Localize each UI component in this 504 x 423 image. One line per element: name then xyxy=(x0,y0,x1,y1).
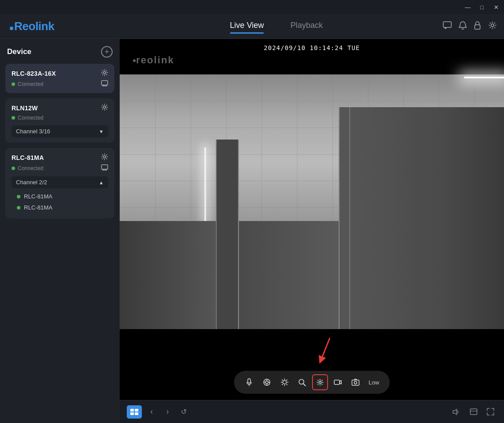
device-settings-rln12w[interactable] xyxy=(101,104,108,112)
brightness-button[interactable] xyxy=(277,374,293,390)
prev-button[interactable]: ‹ xyxy=(145,406,158,418)
camera-partition-right xyxy=(339,107,350,365)
svg-rect-0 xyxy=(443,22,451,27)
tab-playback[interactable]: Playback xyxy=(290,21,323,32)
camera-wall-right xyxy=(350,107,504,365)
svg-rect-27 xyxy=(130,412,134,415)
snapshot-button[interactable] xyxy=(348,374,363,390)
device-row-rlc81ma: RLC-81MA xyxy=(12,153,108,162)
svg-point-5 xyxy=(104,106,106,109)
device-type-icon-rlc81ma xyxy=(101,164,108,172)
channel-label-rln12w: Channel 3/16 xyxy=(16,128,50,135)
sidebar: Device + RLC-823A-16X Connected RLN1 xyxy=(0,39,120,423)
svg-rect-28 xyxy=(135,412,138,415)
device-name-rlc81ma: RLC-81MA xyxy=(12,154,44,161)
grid-view-button[interactable] xyxy=(127,405,142,419)
light-left xyxy=(204,147,206,221)
channel-item-label-0: RLC-81MA xyxy=(24,193,52,200)
close-button[interactable]: ✕ xyxy=(492,4,500,11)
next-button[interactable]: › xyxy=(161,406,174,418)
svg-point-18 xyxy=(283,380,286,384)
svg-point-13 xyxy=(266,381,268,384)
device-card-rln12w: RLN12W Connected Channel 3/16 ▼ xyxy=(5,98,114,143)
ptz-button[interactable] xyxy=(259,374,275,390)
device-name-rlc823a: RLC-823A-16X xyxy=(12,70,56,77)
device-settings-rlc823a[interactable] xyxy=(101,69,108,78)
svg-rect-30 xyxy=(470,409,477,415)
settings-active-button[interactable] xyxy=(312,374,328,390)
titlebar-controls: — □ ✕ xyxy=(463,4,500,11)
channel-status-dot-0 xyxy=(17,195,20,198)
channel-item-label-1: RLC-81MA xyxy=(24,204,52,211)
channel-dropdown-rln12w[interactable]: Channel 3/16 ▼ xyxy=(12,125,108,137)
device-settings-rlc81ma[interactable] xyxy=(101,153,108,162)
svg-marker-29 xyxy=(453,409,457,415)
volume-button[interactable] xyxy=(450,405,463,419)
device-row-rln12w: RLN12W xyxy=(12,104,108,112)
camera-toolbar: Low xyxy=(120,365,504,400)
bottom-left-controls: ‹ › ↺ xyxy=(127,405,190,419)
camera-area: 2024/09/10 10:14:24 TUE reolink RLC-823A… xyxy=(120,39,504,423)
add-device-button[interactable]: + xyxy=(101,46,113,58)
refresh-button[interactable]: ↺ xyxy=(177,406,190,418)
zoom-button[interactable] xyxy=(294,374,310,390)
quality-selector[interactable]: Low xyxy=(365,379,383,386)
mic-button[interactable] xyxy=(241,374,257,390)
maximize-button[interactable]: □ xyxy=(477,4,486,11)
logo: Reolink xyxy=(0,19,120,33)
svg-point-24 xyxy=(354,381,357,384)
camera-watermark: reolink xyxy=(133,54,174,66)
minimize-button[interactable]: — xyxy=(463,4,472,11)
lock-icon[interactable] xyxy=(474,21,481,32)
svg-point-2 xyxy=(491,24,494,27)
svg-point-21 xyxy=(319,381,321,384)
status-dot-rlc81ma xyxy=(12,167,15,170)
device-status-rlc81ma: Connected xyxy=(12,164,108,172)
black-bar-bottom xyxy=(120,329,504,365)
status-dot-rlc823a xyxy=(12,82,15,86)
device-status-rln12w: Connected xyxy=(12,115,108,121)
status-text-rln12w: Connected xyxy=(18,115,43,121)
device-name-rln12w: RLN12W xyxy=(12,105,38,112)
svg-rect-4 xyxy=(102,81,108,85)
svg-rect-7 xyxy=(102,165,108,169)
device-type-icon-rlc823a xyxy=(101,80,108,88)
header: Reolink Live View Playback xyxy=(0,14,504,39)
device-row-rlc823a: RLC-823A-16X xyxy=(12,69,108,78)
record-button[interactable] xyxy=(330,374,346,390)
chevron-down-icon-rln12w: ▼ xyxy=(99,129,104,134)
svg-point-6 xyxy=(104,156,106,158)
header-icons xyxy=(433,21,504,32)
channel-label-rlc81ma: Channel 2/2 xyxy=(16,179,47,186)
status-dot-rln12w xyxy=(12,116,15,120)
toolbar-pill: Low xyxy=(234,371,390,394)
channel-item-1[interactable]: RLC-81MA xyxy=(15,202,108,213)
layout-button[interactable] xyxy=(467,405,480,419)
fullscreen-button[interactable] xyxy=(484,405,497,419)
tab-live-view[interactable]: Live View xyxy=(230,21,264,32)
titlebar: — □ ✕ xyxy=(0,0,504,14)
status-text-rlc81ma: Connected xyxy=(18,165,43,171)
message-icon[interactable] xyxy=(443,21,452,31)
camera-timestamp: 2024/09/10 10:14:24 TUE xyxy=(264,44,360,51)
bottom-right-controls xyxy=(450,405,497,419)
svg-rect-10 xyxy=(248,379,250,383)
channel-dropdown-rlc81ma[interactable]: Channel 2/2 ▲ xyxy=(12,176,108,188)
notification-icon[interactable] xyxy=(459,21,467,32)
svg-rect-1 xyxy=(475,25,480,29)
camera-background: 2024/09/10 10:14:24 TUE reolink RLC-823A… xyxy=(120,39,504,365)
svg-line-20 xyxy=(303,384,305,386)
bottom-bar: ‹ › ↺ xyxy=(120,400,504,423)
channel-list-rlc81ma: RLC-81MA RLC-81MA xyxy=(12,191,108,213)
channel-item-0[interactable]: RLC-81MA xyxy=(15,191,108,202)
app-settings-icon[interactable] xyxy=(488,21,497,32)
device-card-rlc823a: RLC-823A-16X Connected xyxy=(5,64,114,93)
svg-point-3 xyxy=(104,72,106,74)
logo-dot-icon xyxy=(10,27,13,30)
sidebar-header: Device + xyxy=(5,46,114,58)
svg-rect-25 xyxy=(130,409,134,411)
svg-rect-22 xyxy=(334,380,340,384)
camera-feed: 2024/09/10 10:14:24 TUE reolink RLC-823A… xyxy=(120,39,504,365)
chevron-up-icon-rlc81ma: ▲ xyxy=(99,180,104,185)
channel-status-dot-1 xyxy=(17,206,20,210)
